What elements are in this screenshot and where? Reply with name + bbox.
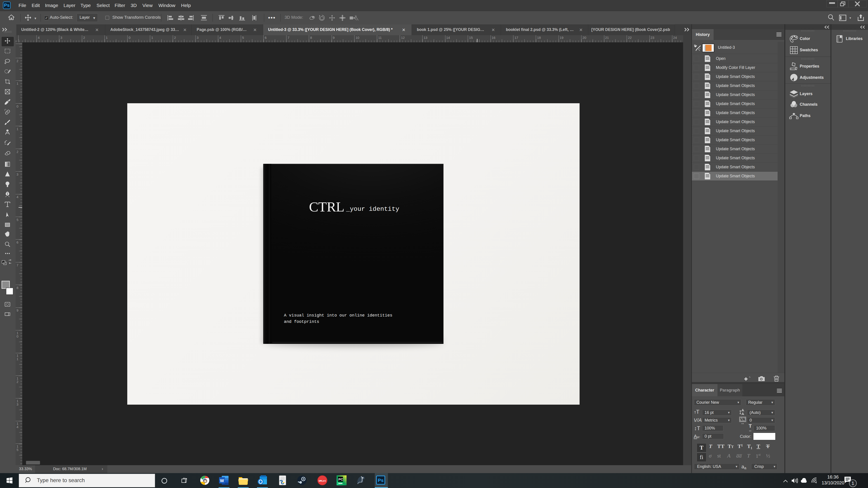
svg-text:PC: PC — [338, 477, 343, 481]
svg-text:UMLet: UMLet — [318, 480, 326, 482]
svg-text:W: W — [220, 478, 224, 483]
svg-text:1: 1 — [851, 481, 854, 486]
